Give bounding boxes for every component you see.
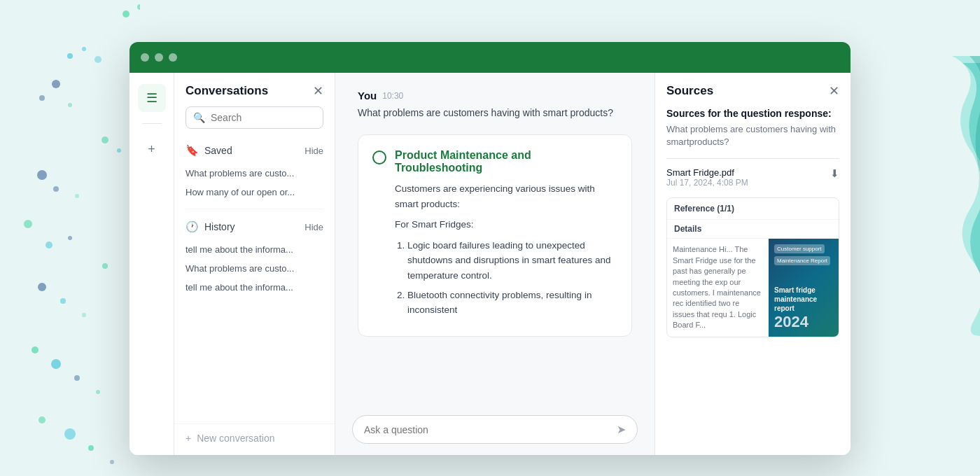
ai-message: Product Maintenance and Troubleshooting … bbox=[358, 134, 632, 337]
new-conversation-btn[interactable]: + New conversation bbox=[186, 433, 274, 444]
saved-hide-btn[interactable]: Hide bbox=[304, 146, 323, 156]
svg-point-14 bbox=[24, 220, 32, 228]
user-message-text: What problems are customers having with … bbox=[358, 106, 632, 120]
svg-point-12 bbox=[53, 186, 59, 192]
traffic-light-green bbox=[169, 53, 177, 62]
chat-input[interactable] bbox=[364, 424, 610, 435]
new-convo-plus-icon: + bbox=[186, 433, 191, 444]
sources-divider bbox=[666, 158, 839, 159]
svg-point-26 bbox=[64, 428, 76, 440]
svg-point-9 bbox=[102, 136, 108, 144]
svg-point-0 bbox=[122, 10, 130, 18]
reference-image: Customer support Maintenance Report Smar… bbox=[769, 239, 839, 336]
bookmark-icon: 🔖 bbox=[186, 144, 199, 157]
message-time: 10:30 bbox=[382, 91, 403, 101]
svg-point-5 bbox=[94, 56, 102, 63]
svg-point-7 bbox=[39, 95, 45, 101]
svg-point-28 bbox=[110, 460, 114, 464]
reference-preview: Maintenance Hi... The Smart Fridge use f… bbox=[667, 239, 839, 336]
ai-intro: Customers are experiencing various issue… bbox=[395, 181, 617, 211]
svg-point-22 bbox=[51, 359, 61, 369]
saved-label: 🔖 Saved bbox=[186, 144, 232, 157]
history-item-3[interactable]: tell me about the informa... bbox=[174, 278, 335, 297]
search-input[interactable] bbox=[211, 112, 316, 123]
ai-title: Product Maintenance and Troubleshooting bbox=[395, 149, 617, 174]
ai-content: Product Maintenance and Troubleshooting … bbox=[395, 149, 617, 322]
chat-area: You 10:30 What problems are customers ha… bbox=[335, 73, 654, 455]
svg-point-18 bbox=[38, 283, 46, 291]
section-divider bbox=[186, 209, 323, 209]
svg-point-1 bbox=[137, 4, 140, 10]
svg-point-21 bbox=[31, 346, 38, 354]
source-filename: Smart Fridge.pdf bbox=[666, 167, 748, 178]
sidebar-divider bbox=[142, 123, 162, 124]
svg-point-6 bbox=[52, 80, 60, 88]
ref-badge-1: Customer support bbox=[774, 244, 825, 253]
svg-point-24 bbox=[96, 390, 100, 394]
saved-section-header: 🔖 Saved Hide bbox=[174, 140, 335, 161]
sources-close-btn[interactable]: ✕ bbox=[829, 85, 839, 97]
history-item-2[interactable]: What problems are custo... bbox=[174, 259, 335, 278]
list-icon: ☰ bbox=[146, 90, 158, 106]
conversations-close-btn[interactable]: ✕ bbox=[313, 85, 323, 97]
ai-body: Customers are experiencing various issue… bbox=[395, 181, 617, 318]
ai-point-2: Bluetooth connectivity problems, resulti… bbox=[407, 288, 617, 318]
svg-point-11 bbox=[37, 170, 47, 180]
source-file-info: Smart Fridge.pdf Jul 17, 2024, 4:08 PM bbox=[666, 167, 748, 195]
saved-item-2[interactable]: How many of our open or... bbox=[174, 183, 335, 202]
reference-header: Reference (1/1) bbox=[667, 198, 839, 220]
sources-question-label: Sources for the question response: bbox=[666, 108, 839, 119]
svg-point-19 bbox=[60, 298, 66, 304]
ref-img-year: 2024 bbox=[774, 313, 833, 331]
ai-points-list: Logic board failures leading to unexpect… bbox=[395, 238, 617, 318]
browser-window: ☰ + Conversations ✕ 🔍 🔖 Saved bbox=[130, 42, 850, 455]
conversations-icon-btn[interactable]: ☰ bbox=[138, 84, 166, 112]
conversations-panel: Conversations ✕ 🔍 🔖 Saved Hide What prob… bbox=[174, 73, 335, 455]
sources-question-text: What problems are customers having with … bbox=[666, 123, 839, 148]
svg-point-15 bbox=[46, 241, 52, 248]
svg-point-25 bbox=[38, 416, 46, 424]
plus-icon: + bbox=[148, 142, 155, 157]
ai-avatar bbox=[372, 150, 386, 164]
user-name: You bbox=[358, 90, 377, 102]
new-conversation: + New conversation bbox=[174, 424, 335, 444]
saved-item-1[interactable]: What problems are custo... bbox=[174, 164, 335, 183]
icon-sidebar: ☰ + bbox=[130, 73, 174, 455]
panel-title: Conversations bbox=[186, 84, 268, 98]
source-date: Jul 17, 2024, 4:08 PM bbox=[666, 178, 748, 188]
ai-point-1: Logic board failures leading to unexpect… bbox=[407, 238, 617, 284]
reference-text-preview: Maintenance Hi... The Smart Fridge use f… bbox=[667, 239, 769, 336]
ref-img-bottom: Smart fridge maintenance report 2024 bbox=[774, 286, 833, 331]
chat-input-wrap: ➤ bbox=[352, 415, 638, 444]
svg-point-13 bbox=[75, 194, 79, 198]
ai-subheading: For Smart Fridges: bbox=[395, 217, 617, 232]
add-icon-btn[interactable]: + bbox=[138, 135, 166, 163]
sources-title: Sources bbox=[666, 84, 713, 98]
source-file: Smart Fridge.pdf Jul 17, 2024, 4:08 PM ⬇ bbox=[666, 167, 839, 195]
history-item-1[interactable]: tell me about the informa... bbox=[174, 240, 335, 259]
browser-titlebar bbox=[130, 42, 850, 73]
search-box: 🔍 bbox=[186, 106, 323, 129]
history-label: 🕐 History bbox=[186, 220, 235, 233]
svg-point-4 bbox=[82, 47, 86, 51]
svg-point-16 bbox=[68, 236, 72, 240]
download-btn[interactable]: ⬇ bbox=[830, 167, 839, 180]
ref-img-title: Smart fridge maintenance report bbox=[774, 286, 833, 313]
svg-point-17 bbox=[102, 263, 108, 269]
search-icon: 🔍 bbox=[193, 112, 205, 123]
ref-img-badges: Customer support Maintenance Report bbox=[774, 244, 833, 265]
user-message: You 10:30 What problems are customers ha… bbox=[358, 90, 632, 120]
history-section-header: 🕐 History Hide bbox=[174, 216, 335, 237]
svg-point-8 bbox=[68, 103, 72, 107]
send-button[interactable]: ➤ bbox=[617, 423, 626, 436]
sources-panel: Sources ✕ Sources for the question respo… bbox=[654, 73, 850, 455]
browser-body: ☰ + Conversations ✕ 🔍 🔖 Saved bbox=[130, 73, 850, 455]
history-hide-btn[interactable]: Hide bbox=[304, 222, 323, 232]
chat-messages: You 10:30 What problems are customers ha… bbox=[335, 73, 654, 407]
reference-card: Reference (1/1) Details Maintenance Hi..… bbox=[666, 197, 839, 337]
panel-header: Conversations ✕ bbox=[174, 84, 335, 106]
traffic-light-yellow bbox=[155, 53, 163, 62]
svg-point-23 bbox=[74, 375, 80, 381]
svg-point-10 bbox=[117, 148, 121, 153]
ref-badge-2: Maintenance Report bbox=[774, 256, 830, 265]
